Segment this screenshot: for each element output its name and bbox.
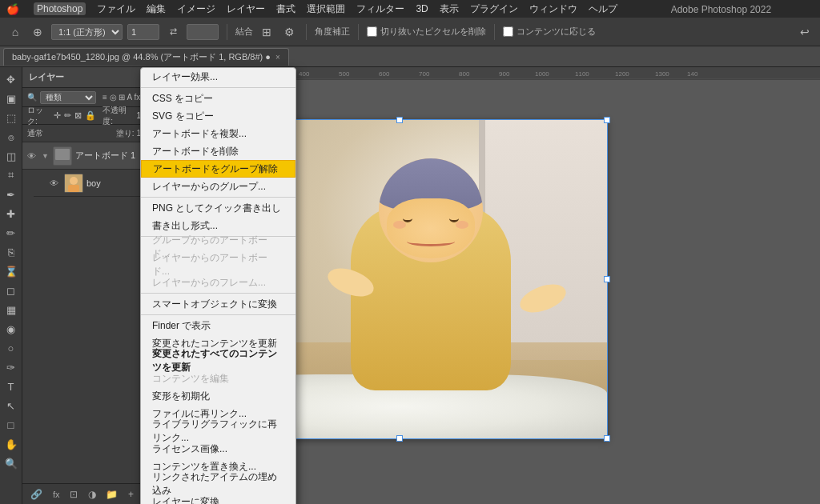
- crop-text: 切り抜いたピクセルを削除: [380, 26, 486, 38]
- crop-checkbox[interactable]: [367, 26, 377, 37]
- menu-help[interactable]: ヘルプ: [589, 2, 617, 16]
- lock-brush-icon[interactable]: ✏: [64, 110, 71, 121]
- lock-pixels-icon[interactable]: ⊠: [74, 110, 82, 121]
- menu-edit[interactable]: 編集: [147, 2, 166, 16]
- shape-tool[interactable]: □: [2, 416, 20, 434]
- svg-text:1100: 1100: [575, 70, 589, 78]
- svg-text:700: 700: [419, 70, 430, 78]
- layer-kind-select[interactable]: 種類: [40, 91, 96, 104]
- pen-tool[interactable]: ✑: [2, 358, 20, 376]
- handle-top-right[interactable]: [604, 117, 610, 123]
- ctx-copy-svg[interactable]: SVG をコピー: [141, 107, 295, 125]
- ratio-input[interactable]: [127, 24, 159, 40]
- svg-text:1300: 1300: [655, 70, 669, 78]
- opacity-label: 不透明度:: [102, 105, 133, 127]
- ctx-reset-transform[interactable]: 変形を初期化: [141, 387, 295, 405]
- svg-text:400: 400: [299, 70, 310, 78]
- blur-tool[interactable]: ◉: [2, 320, 20, 338]
- new-layer-icon[interactable]: +: [128, 489, 134, 500]
- layer-expand-icon[interactable]: ▼: [42, 152, 50, 160]
- path-select-tool[interactable]: ↖: [2, 397, 20, 414]
- menu-view[interactable]: 表示: [440, 2, 459, 16]
- home-icon[interactable]: ⌂: [6, 26, 24, 38]
- svg-text:1000: 1000: [535, 70, 549, 78]
- tab-close-button[interactable]: ×: [275, 53, 280, 62]
- ctx-layer-from-group[interactable]: レイヤーからのグループ...: [141, 178, 295, 195]
- menubar: 🍎 Photoshop ファイル 編集 イメージ レイヤー 書式 選択範囲 フィ…: [0, 0, 820, 18]
- handle-middle-right[interactable]: [604, 276, 610, 282]
- ctx-relink-library[interactable]: ライブラリグラフィックに再リンク...: [141, 422, 295, 440]
- crop-tool[interactable]: ⌗: [2, 166, 20, 184]
- lock-all-icon[interactable]: 🔒: [85, 110, 96, 121]
- ctx-png-export[interactable]: PNG としてクイック書き出し: [141, 199, 295, 217]
- text-tool[interactable]: T: [2, 378, 20, 395]
- ctx-embed-linked[interactable]: リンクされたアイテムの埋め込み: [141, 475, 295, 493]
- ctx-del-artboard[interactable]: アートボードを削除: [141, 142, 295, 160]
- layer-visibility-icon[interactable]: 👁: [27, 151, 38, 161]
- ratio-input2[interactable]: [187, 24, 219, 40]
- adj-icon[interactable]: ◑: [88, 489, 96, 500]
- mask-icon[interactable]: ⊡: [70, 489, 78, 500]
- menu-layer[interactable]: レイヤー: [227, 2, 265, 16]
- divider1: [227, 24, 227, 40]
- history-tool[interactable]: ⌛: [2, 262, 20, 280]
- dodge-tool[interactable]: ○: [2, 339, 20, 357]
- clone-tool[interactable]: ⎘: [2, 243, 20, 261]
- ctx-layer-artboard: レイヤーからのアートボード...: [141, 256, 295, 274]
- menu-type[interactable]: 書式: [276, 2, 295, 16]
- fx-icon[interactable]: fx: [53, 490, 60, 499]
- brush-tool[interactable]: ✏: [2, 224, 20, 242]
- marquee-tool[interactable]: ⬚: [2, 109, 20, 126]
- artboard-tool[interactable]: ▣: [2, 90, 20, 107]
- eraser-tool[interactable]: ◻: [2, 282, 20, 299]
- menu-select[interactable]: 選択範囲: [307, 2, 345, 16]
- ctx-sep1: [141, 87, 295, 88]
- menu-filter[interactable]: フィルター: [356, 2, 404, 16]
- document-tab[interactable]: baby-gaf1e7b450_1280.jpg @ 44.8% (アートボード…: [3, 48, 289, 66]
- ctx-ungroup-artboard[interactable]: アートボードをグループ解除: [141, 160, 295, 178]
- ctx-reveal-finder[interactable]: Finder で表示: [141, 317, 295, 334]
- link-icon[interactable]: 🔗: [30, 489, 42, 500]
- menu-plugins[interactable]: プラグイン: [470, 2, 518, 16]
- menu-image[interactable]: イメージ: [177, 2, 215, 16]
- content-checkbox[interactable]: [503, 26, 513, 37]
- tool-icon[interactable]: ⊕: [29, 26, 46, 38]
- gradient-tool[interactable]: ▦: [2, 301, 20, 318]
- menu-file[interactable]: ファイル: [97, 2, 135, 16]
- ctx-update-all-modified[interactable]: 変更されたすべてのコンテンツを更新: [141, 352, 295, 370]
- merge-label: 結合: [235, 26, 253, 38]
- artboard-thumb: [53, 146, 72, 166]
- ctx-dup-artboard[interactable]: アートボードを複製...: [141, 125, 295, 142]
- menu-photoshop[interactable]: Photoshop: [34, 2, 86, 15]
- zoom-tool[interactable]: 🔍: [2, 454, 20, 472]
- layers-panel-title: レイヤー: [29, 71, 64, 83]
- divider4: [494, 24, 495, 40]
- svg-text:140: 140: [687, 70, 698, 78]
- ratio-select[interactable]: 1:1 (正方形): [51, 24, 123, 40]
- lock-pos-icon[interactable]: ✛: [54, 110, 61, 121]
- swap-icon[interactable]: ⇄: [164, 26, 182, 37]
- handle-top-center[interactable]: [396, 117, 403, 123]
- handle-bottom-center[interactable]: [396, 435, 403, 442]
- ctx-smart-object[interactable]: スマートオブジェクトに変換: [141, 295, 295, 313]
- lasso-tool[interactable]: ⌾: [2, 128, 20, 146]
- heal-tool[interactable]: ✚: [2, 205, 20, 222]
- layer-visibility-icon-boy[interactable]: 👁: [50, 178, 61, 188]
- object-select-tool[interactable]: ◫: [2, 147, 20, 165]
- grid-icon[interactable]: ⊞: [258, 26, 275, 38]
- ctx-layer-effects[interactable]: レイヤー効果...: [141, 68, 295, 86]
- ctx-export-as[interactable]: 書き出し形式...: [141, 217, 295, 234]
- settings-icon[interactable]: ⚙: [280, 26, 298, 38]
- eyedropper-tool[interactable]: ✒: [2, 186, 20, 203]
- move-tool[interactable]: ✥: [2, 70, 20, 88]
- svg-text:500: 500: [339, 70, 350, 78]
- folder-icon[interactable]: 📁: [106, 489, 118, 500]
- handle-bottom-right[interactable]: [604, 435, 610, 442]
- ctx-sep5: [141, 314, 295, 315]
- ctx-copy-css[interactable]: CSS をコピー: [141, 90, 295, 107]
- undo-icon[interactable]: ↩: [796, 26, 814, 38]
- menu-window[interactable]: ウィンドウ: [529, 2, 577, 16]
- apple-logo[interactable]: 🍎: [6, 3, 19, 15]
- menu-3d[interactable]: 3D: [416, 3, 428, 14]
- hand-tool[interactable]: ✋: [2, 435, 20, 453]
